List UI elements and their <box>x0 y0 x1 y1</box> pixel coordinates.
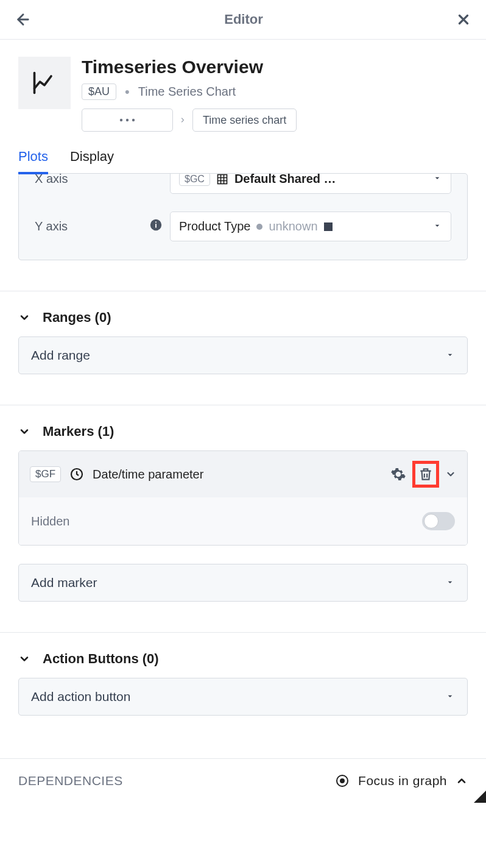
chevron-up-icon[interactable] <box>456 775 468 787</box>
back-button[interactable] <box>15 11 32 28</box>
ranges-header: Ranges (0) <box>43 310 111 326</box>
chevron-down-icon[interactable] <box>18 311 30 324</box>
ellipsis-icon <box>119 118 136 123</box>
markers-header: Markers (1) <box>43 424 114 439</box>
grid-icon <box>216 174 228 185</box>
marker-expand-button[interactable] <box>445 469 456 480</box>
chevron-down-icon <box>445 350 455 360</box>
tab-display[interactable]: Display <box>70 149 114 174</box>
chart-title: Timeseries Overview <box>82 57 297 77</box>
marker-hidden-toggle[interactable] <box>422 512 455 530</box>
marker-settings-button[interactable] <box>390 466 406 482</box>
info-icon[interactable] <box>149 218 163 232</box>
marker-hidden-label: Hidden <box>31 514 69 528</box>
x-axis-label: X axis <box>35 174 163 186</box>
focus-in-graph-button[interactable]: Focus in graph <box>358 774 447 788</box>
x-axis-tag: $GC <box>179 174 210 186</box>
svg-rect-3 <box>217 174 227 183</box>
chevron-down-icon <box>445 577 455 587</box>
x-axis-value: Default Shared … <box>234 174 336 186</box>
close-button[interactable] <box>456 12 471 27</box>
separator-dot: • <box>125 84 130 100</box>
chevron-down-icon <box>432 221 442 230</box>
page-title: Editor <box>224 12 263 27</box>
clock-icon <box>69 467 84 482</box>
svg-point-9 <box>340 779 344 783</box>
arrow-left-icon <box>15 11 32 28</box>
trash-icon <box>418 466 434 482</box>
breadcrumb-ellipsis[interactable] <box>82 108 173 132</box>
dependencies-label[interactable]: DEPENDENCIES <box>18 774 123 788</box>
chart-tag[interactable]: $AU <box>82 84 116 100</box>
x-axis-select[interactable]: $GC Default Shared … <box>170 174 451 194</box>
action-buttons-header: Action Buttons (0) <box>43 651 159 667</box>
marker-tag[interactable]: $GF <box>30 466 61 482</box>
add-action-button[interactable]: Add action button <box>18 678 468 716</box>
svg-point-1 <box>126 119 129 121</box>
svg-point-2 <box>132 119 135 121</box>
y-axis-unknown: unknown <box>269 219 317 233</box>
target-icon <box>335 774 350 788</box>
chevron-down-icon[interactable] <box>18 653 30 665</box>
svg-rect-5 <box>155 224 157 227</box>
svg-rect-6 <box>155 222 157 223</box>
line-chart-icon <box>31 69 58 96</box>
add-marker-button[interactable]: Add marker <box>18 564 468 602</box>
chevron-right-icon <box>179 115 186 126</box>
chart-type-label: Time Series Chart <box>138 85 236 99</box>
chevron-down-icon <box>445 691 455 701</box>
chart-type-icon-box <box>18 57 71 109</box>
marker-delete-highlight <box>412 461 439 488</box>
dot-icon <box>256 224 262 230</box>
chevron-down-icon <box>432 174 442 183</box>
marker-delete-button[interactable] <box>418 466 434 482</box>
square-icon <box>324 222 333 231</box>
breadcrumb-current[interactable]: Time series chart <box>192 108 297 132</box>
marker-label: Date/time parameter <box>93 468 203 482</box>
y-axis-label: Y axis <box>35 218 163 235</box>
tab-plots[interactable]: Plots <box>18 149 48 174</box>
add-range-button[interactable]: Add range <box>18 336 468 374</box>
close-icon <box>456 12 471 27</box>
y-axis-value: Product Type <box>179 219 250 233</box>
chevron-down-icon[interactable] <box>18 425 30 438</box>
resize-handle[interactable] <box>474 791 486 803</box>
svg-point-0 <box>120 119 122 121</box>
gear-icon <box>390 466 406 482</box>
chevron-down-icon <box>445 469 456 480</box>
y-axis-select[interactable]: Product Type unknown <box>170 212 451 241</box>
